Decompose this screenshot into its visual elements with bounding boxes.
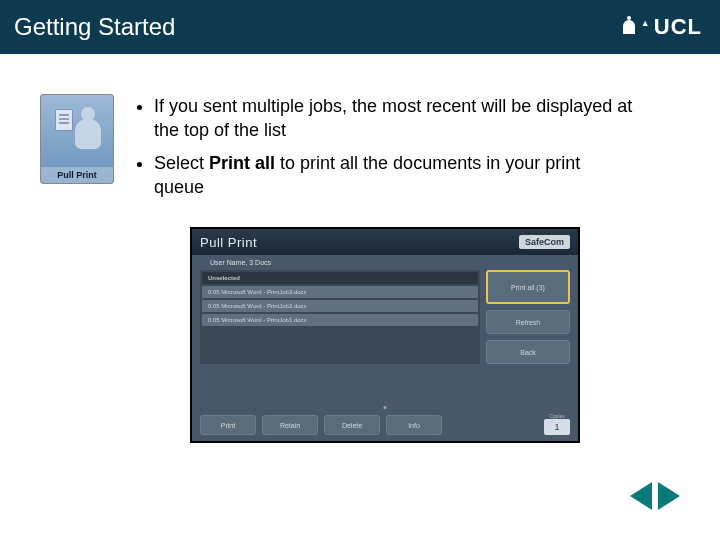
job-list-header: Unselected <box>202 272 478 284</box>
ucl-logo: ▲ UCL <box>623 14 702 40</box>
panel-header: Pull Print SafeCom <box>192 229 578 255</box>
print-all-button[interactable]: Print all (3) <box>486 270 570 304</box>
delete-button[interactable]: Delete <box>324 415 380 435</box>
next-arrow-icon[interactable] <box>658 482 680 510</box>
page-title: Getting Started <box>14 13 175 41</box>
bullet-item: Select Print all to print all the docume… <box>154 151 634 200</box>
pager-dot-icon <box>384 406 387 409</box>
panel-body: Unselected 0.05 Microsoft Word - PrintJo… <box>192 270 578 364</box>
info-button[interactable]: Info <box>386 415 442 435</box>
logo-text: UCL <box>654 14 702 40</box>
pull-print-tile: Pull Print <box>40 94 114 184</box>
logo-dome-icon <box>623 20 635 34</box>
copies-control: Copies 1 <box>544 413 570 435</box>
side-button-column: Print all (3) Refresh Back <box>486 270 570 364</box>
content-row: Pull Print If you sent multiple jobs, th… <box>0 54 720 207</box>
printer-panel-screenshot: Pull Print SafeCom User Name, 3 Docs Uns… <box>190 227 580 443</box>
panel-title: Pull Print <box>200 235 257 250</box>
logo-superscript: ▲ <box>641 18 650 28</box>
bullet-pre: Select <box>154 153 209 173</box>
job-row[interactable]: 0.05 Microsoft Word - PrintJob2.docx <box>202 300 478 312</box>
refresh-button[interactable]: Refresh <box>486 310 570 334</box>
panel-subline: User Name, 3 Docs <box>192 255 578 270</box>
slide-header: Getting Started ▲ UCL <box>0 0 720 54</box>
copies-value[interactable]: 1 <box>544 419 570 435</box>
job-row[interactable]: 0.05 Microsoft Word - PrintJob1.docx <box>202 314 478 326</box>
prev-arrow-icon[interactable] <box>630 482 652 510</box>
bullet-list: If you sent multiple jobs, the most rece… <box>134 94 634 207</box>
slide-nav <box>630 482 680 510</box>
bottom-button-row: Print Retain Delete Info Copies 1 <box>200 413 570 435</box>
bullet-item: If you sent multiple jobs, the most rece… <box>154 94 634 143</box>
bullet-text: If you sent multiple jobs, the most rece… <box>154 96 632 140</box>
person-icon <box>75 119 101 149</box>
back-button[interactable]: Back <box>486 340 570 364</box>
document-icon <box>55 109 73 131</box>
job-row[interactable]: 0.05 Microsoft Word - PrintJob3.docx <box>202 286 478 298</box>
tile-label: Pull Print <box>41 167 113 183</box>
safecom-badge: SafeCom <box>519 235 570 249</box>
retain-button[interactable]: Retain <box>262 415 318 435</box>
print-button[interactable]: Print <box>200 415 256 435</box>
job-list: Unselected 0.05 Microsoft Word - PrintJo… <box>200 270 480 364</box>
bullet-bold: Print all <box>209 153 275 173</box>
